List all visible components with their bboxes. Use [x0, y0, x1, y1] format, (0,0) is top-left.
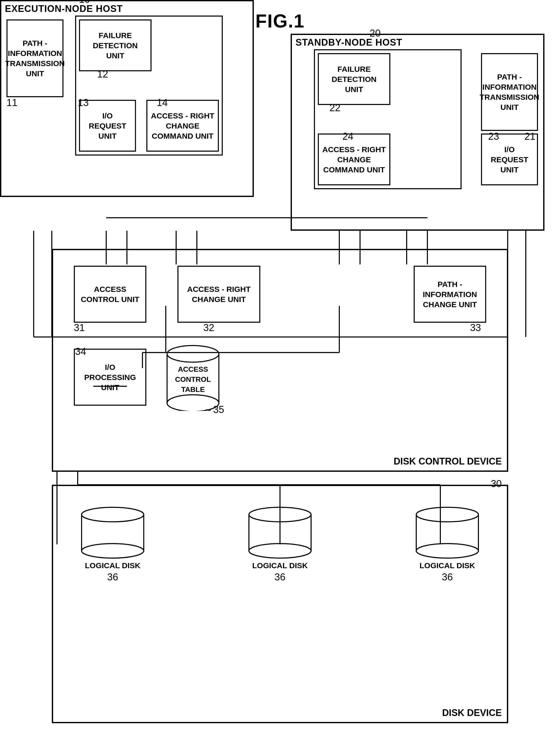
svg-point-7 — [249, 507, 311, 522]
disk-device-box: DISK DEVICE 30 LOGICAL DISK 36 LOGICAL D… — [52, 485, 508, 723]
ref-11: 11 — [6, 97, 18, 108]
path-info-tx-exec-unit: PATH - INFORMATION TRANSMISSION UNIT — [6, 20, 64, 97]
path-info-change-label: PATH - INFORMATION CHANGE UNIT — [423, 279, 477, 310]
access-ctrl-unit: ACCESS CONTROL UNIT — [74, 266, 146, 323]
standby-host-ref: 20 — [370, 28, 381, 39]
logical-disk-3-label: LOGICAL DISK — [420, 561, 475, 570]
ref-36-1: 36 — [107, 572, 118, 583]
ref-35: ～35 — [203, 403, 224, 416]
logical-disk-2-label: LOGICAL DISK — [252, 561, 308, 570]
standby-host-label: STANDBY-NODE HOST — [295, 37, 402, 48]
disk-device-label: DISK DEVICE — [442, 707, 502, 718]
standby-inner-border — [314, 49, 462, 189]
svg-point-1 — [167, 346, 219, 362]
exec-host-label: EXECUTION-NODE HOST — [5, 3, 123, 14]
ref-36-3: 36 — [442, 572, 453, 583]
exec-host-box: EXECUTION-NODE HOST 10 PATH - INFORMATIO… — [0, 0, 254, 197]
io-processing-label: I/O PROCESSING UNIT — [84, 362, 136, 392]
disk-ctrl-box: DISK CONTROL DEVICE ACCESS CONTROL UNIT … — [52, 249, 508, 472]
logical-disk-1-label: LOGICAL DISK — [85, 561, 140, 570]
logical-disk-3: LOGICAL DISK 36 — [414, 507, 481, 583]
access-right-change-unit: ACCESS - RIGHT CHANGE UNIT — [177, 266, 260, 323]
svg-point-11 — [416, 544, 479, 558]
path-info-tx-standby-label: PATH - INFORMATION TRANSMISSION UNIT — [480, 72, 539, 112]
ref-32: 32 — [203, 322, 214, 333]
page: FIG.1 EXECUTION-NODE HOST 10 PATH - INFO… — [0, 0, 560, 745]
disk-device-ref: 30 — [491, 478, 502, 489]
logical-disk-1: LOGICAL DISK 36 — [79, 507, 146, 583]
ref-31: 31 — [74, 322, 85, 333]
access-ctrl-label: ACCESS CONTROL UNIT — [81, 284, 139, 304]
access-right-change-label: ACCESS - RIGHT CHANGE UNIT — [187, 284, 250, 304]
svg-point-4 — [81, 507, 144, 522]
ref-33: 33 — [470, 322, 481, 333]
path-info-tx-exec-label: PATH - INFORMATION TRANSMISSION UNIT — [5, 38, 65, 78]
access-ctrl-table: ACCESSCONTROLTABLE — [165, 344, 221, 412]
svg-point-10 — [416, 507, 479, 522]
logical-disk-2: LOGICAL DISK 36 — [246, 507, 314, 583]
svg-point-5 — [81, 544, 144, 558]
io-processing-unit: I/O PROCESSING UNIT — [74, 349, 146, 406]
path-info-change-unit: PATH - INFORMATION CHANGE UNIT — [414, 266, 486, 323]
standby-host-box: STANDBY-NODE HOST 20 FAILURE DETECTION U… — [291, 34, 545, 231]
svg-point-8 — [249, 544, 311, 558]
ref-36-2: 36 — [275, 572, 285, 583]
exec-inner-border — [75, 15, 223, 156]
ref-23: 23 — [488, 131, 499, 142]
disk-ctrl-label: DISK CONTROL DEVICE — [394, 456, 502, 467]
figure-title: FIG.1 — [255, 10, 305, 32]
exec-host-ref: 10 — [79, 0, 90, 5]
path-info-tx-standby-unit: PATH - INFORMATION TRANSMISSION UNIT — [481, 53, 538, 131]
io-request-standby-label: I/O REQUEST UNIT — [482, 144, 537, 175]
ref-34: 34 — [75, 346, 86, 357]
